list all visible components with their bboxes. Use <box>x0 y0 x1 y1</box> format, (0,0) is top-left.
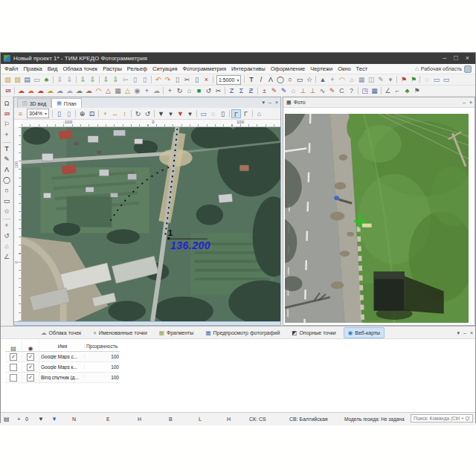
copy-icon[interactable]: ▯ <box>192 75 202 84</box>
bottom-minimize-button[interactable]: – <box>463 329 466 336</box>
plan-horizontal-scrollbar[interactable] <box>14 321 280 325</box>
pencil-blue-icon[interactable]: ✎ <box>279 86 289 95</box>
hand-edit-icon[interactable]: ✎ <box>376 75 385 84</box>
cloud-import-icon[interactable]: ☁ <box>16 86 26 95</box>
filter-icon[interactable]: ▼ <box>38 413 44 425</box>
flag-green-icon[interactable]: ⚑ <box>408 75 418 84</box>
menu-item-8[interactable]: Интерактивы <box>231 65 266 72</box>
undo-icon[interactable]: ↶ <box>153 75 163 84</box>
menu-item-6[interactable]: Ситуация <box>152 65 178 72</box>
pan-icon[interactable]: + <box>100 109 110 118</box>
bottom-menu-button[interactable]: ▾ <box>457 329 460 336</box>
workspace-user-icon[interactable] <box>464 65 472 73</box>
draw-polygon-icon[interactable]: ☆ <box>1 207 12 216</box>
menu-item-11[interactable]: Окно <box>338 65 350 72</box>
menu-item-9[interactable]: Оформление <box>271 65 306 72</box>
draw-ellipse-icon[interactable]: ◯ <box>1 176 12 185</box>
point-height-icon[interactable]: + <box>1 130 12 140</box>
z-sum-icon[interactable]: Σ <box>237 86 246 95</box>
menu-item-7[interactable]: Фотограмметрия <box>183 65 226 72</box>
cloud-down-icon[interactable]: ☁ <box>84 86 94 95</box>
visible-checkbox[interactable]: ✓ <box>27 374 34 382</box>
cloud-color-icon[interactable]: ☁ <box>45 86 55 95</box>
cut-cloud-icon[interactable]: ✂ <box>213 86 223 95</box>
table-row[interactable]: ✓Bing спутник (д...100 <box>5 373 120 383</box>
menu-item-10[interactable]: Чертежи <box>310 65 332 72</box>
workspace-label[interactable]: Рабочая область <box>421 66 462 71</box>
window-maximize-button[interactable]: □ <box>454 53 457 64</box>
move-icon[interactable]: + <box>1 221 12 231</box>
house-green-icon[interactable]: ⌂ <box>184 86 194 95</box>
polyline-icon[interactable]: Λ <box>266 75 275 84</box>
line-icon[interactable]: / <box>256 75 266 84</box>
square-green-icon[interactable]: ■ <box>194 86 204 95</box>
menu-item-1[interactable]: Правка <box>23 65 42 72</box>
z-strike-icon[interactable]: Ƶ <box>246 86 256 95</box>
z-up-icon[interactable]: Z <box>227 86 237 95</box>
window-2-icon[interactable]: ▭ <box>441 75 451 84</box>
filter-red-icon[interactable]: ▼ <box>176 109 185 118</box>
rotate-cw-icon[interactable]: ↻ <box>175 86 184 95</box>
menu-item-12[interactable]: Тест <box>356 65 368 72</box>
print-checkbox[interactable] <box>10 374 17 382</box>
page-copy-icon[interactable]: ▯ <box>130 75 140 84</box>
export-back-icon[interactable]: ⇦ <box>120 75 130 84</box>
window-close-button[interactable]: × <box>466 53 469 64</box>
xml-import-icon[interactable]: ⇩ <box>88 75 97 84</box>
select-lasso-icon[interactable]: ◌ <box>208 109 218 118</box>
window-minimize-button[interactable]: – <box>443 53 446 64</box>
home-icon[interactable]: ⌂ <box>254 109 264 118</box>
open-icon[interactable]: ▨ <box>3 75 13 84</box>
point-numbers-icon[interactable]: 123 <box>3 86 13 95</box>
house-small-icon[interactable]: ⌂ <box>289 86 298 95</box>
more-icon[interactable]: ▾ <box>385 75 395 84</box>
draw-polyline-icon[interactable]: Λ <box>1 165 12 175</box>
level-1-icon[interactable]: ⊥ <box>298 86 308 95</box>
windows-icon[interactable]: ▯ <box>218 109 228 118</box>
plan-menu-button[interactable]: ▾ <box>262 99 265 106</box>
help-icon[interactable]: ? <box>347 86 356 95</box>
geoid-model-label[interactable]: Модель геоида: Не задана <box>344 413 405 425</box>
delete-icon[interactable]: × <box>202 75 211 84</box>
tab-fragments[interactable]: ▦Фрагменты <box>155 327 199 338</box>
rotate-ccw-icon[interactable]: ↺ <box>204 86 213 95</box>
plan-minimize-button[interactable]: – <box>268 99 271 106</box>
layers-icon[interactable]: ≡ <box>16 109 25 118</box>
orbit-ccw-icon[interactable]: ↺ <box>143 109 152 118</box>
tree-icon[interactable]: ♣ <box>42 75 51 84</box>
cut-icon[interactable]: ✂ <box>182 75 192 84</box>
draw-circle-icon[interactable]: ○ <box>1 186 12 196</box>
save-icon[interactable]: ▤ <box>22 75 32 84</box>
import-2-icon[interactable]: ⇩ <box>65 75 74 84</box>
zoom-combo[interactable]: 304%▾ <box>27 109 49 118</box>
triangle-orange-icon[interactable]: △ <box>123 86 132 95</box>
image-grid-icon[interactable]: ▦ <box>370 86 379 95</box>
flag-red-icon[interactable]: ⚑ <box>399 75 408 84</box>
wave-icon[interactable]: ∿ <box>318 86 327 95</box>
pin-icon[interactable]: + <box>142 86 152 95</box>
cloud-small-icon[interactable]: ☁ <box>152 86 161 95</box>
tent-icon[interactable]: △ <box>103 86 113 95</box>
callout-icon[interactable]: ◌ <box>422 75 431 84</box>
text-icon[interactable]: T <box>246 75 256 84</box>
angle-1-icon[interactable]: ∠ <box>383 86 393 95</box>
house-green-icon[interactable]: ⌂ <box>1 242 12 251</box>
filter-icon[interactable]: ▼ <box>156 109 166 118</box>
move-point-icon[interactable]: + <box>165 86 175 95</box>
draw-line-icon[interactable]: ✎ <box>1 155 12 164</box>
pan-v-icon[interactable]: ↕ <box>120 109 129 118</box>
selection-cursor-icon[interactable]: + <box>17 413 21 425</box>
tab-control-points[interactable]: ◩Опорные точки <box>287 327 340 338</box>
mountain-icon[interactable]: ▲ <box>318 75 327 84</box>
pan-h-icon[interactable]: ↔ <box>110 109 120 118</box>
pencil-2-icon[interactable]: ✎ <box>327 86 337 95</box>
menu-item-5[interactable]: Рельеф <box>127 65 147 72</box>
coordinate-system-label[interactable]: СК: CS <box>249 413 266 425</box>
cloud-classify-icon[interactable]: ☁ <box>26 86 36 95</box>
arc-c-icon[interactable]: C <box>337 86 347 95</box>
point-coords-icon[interactable]: 123 <box>1 109 12 119</box>
photo-close-button[interactable]: × <box>469 99 472 106</box>
photo-view[interactable] <box>283 108 475 325</box>
ellipse-icon[interactable]: ◯ <box>275 75 285 84</box>
tab-plan[interactable]: ▦План <box>51 98 82 108</box>
